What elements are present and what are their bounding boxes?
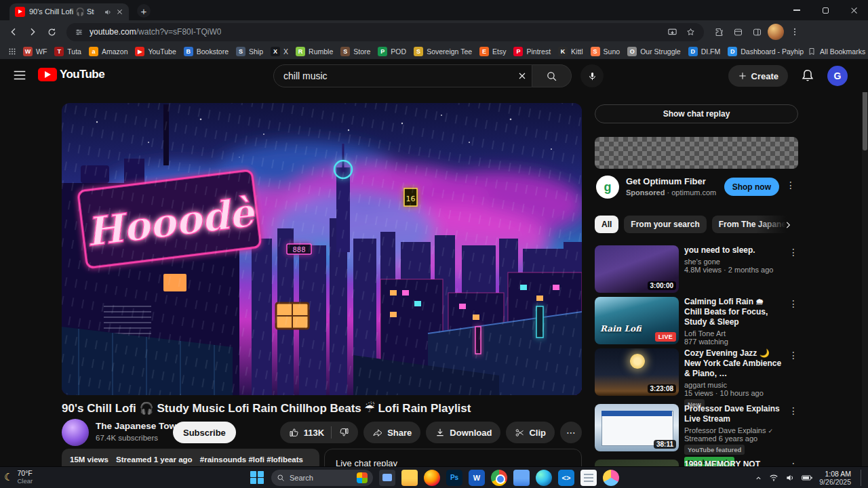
bookmark-item[interactable]: RRumble <box>292 45 336 58</box>
task-view-icon[interactable] <box>379 470 395 486</box>
file-explorer-icon[interactable] <box>401 470 418 486</box>
bookmark-item[interactable]: SShip <box>233 45 267 58</box>
show-desktop-button[interactable] <box>861 470 863 486</box>
ad-logo[interactable]: g <box>596 176 619 199</box>
side-panel-icon[interactable] <box>747 22 766 41</box>
bookmark-item[interactable]: ▶YouTube <box>132 45 179 58</box>
wifi-icon[interactable] <box>769 473 778 483</box>
suggestion-thumbnail[interactable]: 3:00:00 <box>595 245 679 293</box>
suggestion-thumbnail[interactable]: Rain Lofi LIVE <box>595 297 679 344</box>
forward-button[interactable] <box>23 22 42 41</box>
bookmark-item[interactable]: EEtsy <box>476 45 509 58</box>
vscode-icon[interactable]: <> <box>558 470 574 486</box>
suggestion-menu-icon[interactable]: ⋮ <box>789 405 798 416</box>
suggestion-menu-icon[interactable]: ⋮ <box>789 298 798 309</box>
more-actions-icon[interactable]: ⋯ <box>560 422 582 443</box>
bookmark-item[interactable]: DDashboard - Payhip <box>724 45 807 58</box>
like-icon[interactable] <box>289 427 300 438</box>
taskbar-search[interactable]: Search <box>271 470 373 486</box>
subscribe-button[interactable]: Subscribe <box>173 422 236 443</box>
ad-banner[interactable] <box>595 137 798 169</box>
tab-close-icon[interactable] <box>117 9 123 15</box>
bookmark-item[interactable]: WWF <box>20 45 50 58</box>
bookmark-item[interactable]: DDI.FM <box>685 45 724 58</box>
browser-tab[interactable]: 90's Chill Lofi 🎧 Study Mu <box>9 3 129 20</box>
bookmark-item[interactable]: SSuno <box>587 45 624 58</box>
apps-grid-icon[interactable] <box>5 45 19 58</box>
battery-icon[interactable] <box>802 474 812 482</box>
new-tab-button[interactable]: + <box>137 4 151 18</box>
bookmark-item[interactable]: SStore <box>337 45 374 58</box>
suggestion-item[interactable]: 3:23:08 Cozy Evening Jazz 🌙 New York Caf… <box>595 348 798 396</box>
folder-icon[interactable] <box>513 470 530 486</box>
suggestion-channel[interactable]: aggart music <box>684 381 783 389</box>
bookmark-item[interactable]: TTuta <box>51 45 85 58</box>
download-button[interactable]: Download <box>426 422 500 443</box>
bookmark-item[interactable]: SSovereign Tee <box>410 45 475 58</box>
chrome-icon[interactable] <box>491 470 507 486</box>
chip-from-your-search[interactable]: From your search <box>624 216 706 233</box>
paint-icon[interactable] <box>603 470 619 486</box>
suggestion-title[interactable]: Cozy Evening Jazz 🌙 New York Cafe Ambien… <box>684 348 783 379</box>
firefox-icon[interactable] <box>424 470 440 486</box>
account-avatar[interactable]: G <box>827 66 848 86</box>
volume-icon[interactable] <box>785 473 795 483</box>
bookmark-star-icon[interactable] <box>686 27 696 37</box>
bookmark-item[interactable]: XX <box>267 45 292 58</box>
bookmark-item[interactable]: OOur Struggle <box>624 45 684 58</box>
taskbar-clock[interactable]: 1:08 AM 9/26/2025 <box>819 470 851 486</box>
window-minimize-button[interactable] <box>783 0 811 20</box>
search-button[interactable] <box>532 64 572 87</box>
photoshop-icon[interactable]: Ps <box>446 470 462 486</box>
url-text[interactable]: youtube.com/watch?v=sF80I-TQiW0 <box>90 27 221 37</box>
ad-shop-now-button[interactable]: Shop now <box>724 178 779 196</box>
bookmark-item[interactable]: KKittl <box>555 45 587 58</box>
ad-info-row[interactable]: g Get Optimum Fiber Sponsored · optimum.… <box>595 174 798 204</box>
suggestion-title[interactable]: you need to sleep. <box>684 245 783 256</box>
start-button[interactable] <box>249 470 265 486</box>
suggestion-item[interactable]: 3:00:00 you need to sleep. she's gone 4.… <box>595 245 798 293</box>
notepad-icon[interactable] <box>580 470 597 486</box>
voice-search-button[interactable] <box>580 64 604 87</box>
suggestion-title[interactable]: Professor Dave Explains Live Stream <box>684 404 783 424</box>
suggestion-channel[interactable]: she's gone <box>684 258 783 266</box>
window-maximize-button[interactable] <box>811 0 840 20</box>
weather-widget[interactable]: ☾ 70°F Clear <box>4 469 33 485</box>
tab-audio-icon[interactable] <box>104 8 112 16</box>
address-bar[interactable]: youtube.com/watch?v=sF80I-TQiW0 <box>66 23 704 41</box>
ad-title[interactable]: Get Optimum Fiber <box>626 176 706 186</box>
browser-menu-icon[interactable] <box>785 22 804 41</box>
notifications-bell-icon[interactable] <box>800 68 815 83</box>
youtube-logo[interactable]: YouTube <box>38 68 104 81</box>
back-button[interactable] <box>4 22 23 41</box>
tab-search-icon[interactable] <box>728 22 747 41</box>
suggestion-item[interactable]: 38:11 Professor Dave Explains Live Strea… <box>595 404 798 451</box>
search-box[interactable] <box>273 64 532 87</box>
bookmark-item[interactable]: PPOD <box>374 45 410 58</box>
channel-avatar[interactable] <box>62 419 89 446</box>
clear-search-icon[interactable] <box>517 70 528 81</box>
bookmark-item[interactable]: PPintrest <box>510 45 554 58</box>
hashtags[interactable]: #rainsounds #lofi #lofibeats <box>200 455 303 464</box>
edge-icon[interactable] <box>536 470 552 486</box>
suggestion-thumbnail[interactable]: 3:23:08 <box>595 348 679 396</box>
create-button[interactable]: Create <box>728 65 788 87</box>
send-to-device-icon[interactable] <box>667 27 677 37</box>
chip-all[interactable]: All <box>595 216 618 233</box>
dislike-icon[interactable] <box>338 427 349 438</box>
suggestion-channel[interactable]: Lofi Tone Art <box>684 329 783 338</box>
ad-menu-icon[interactable]: ⋮ <box>786 180 795 190</box>
guide-menu-icon[interactable] <box>12 68 28 84</box>
chips-next-icon[interactable] <box>779 216 797 234</box>
clip-button[interactable]: Clip <box>506 422 555 443</box>
suggestion-menu-icon[interactable]: ⋮ <box>789 350 798 361</box>
word-icon[interactable]: W <box>469 470 485 486</box>
show-chat-replay-button[interactable]: Show chat replay <box>595 104 798 123</box>
suggestion-channel[interactable]: Professor Dave Explains✓ <box>684 426 783 434</box>
extensions-icon[interactable] <box>709 22 728 41</box>
suggestion-menu-icon[interactable]: ⋮ <box>789 247 798 258</box>
suggestion-title[interactable]: Calming Lofi Rain 🌧 Chill Beats for Focu… <box>684 297 783 327</box>
reload-button[interactable] <box>42 22 61 41</box>
tray-chevron-icon[interactable] <box>755 474 762 482</box>
all-bookmarks-button[interactable]: All Bookmarks <box>808 47 868 56</box>
